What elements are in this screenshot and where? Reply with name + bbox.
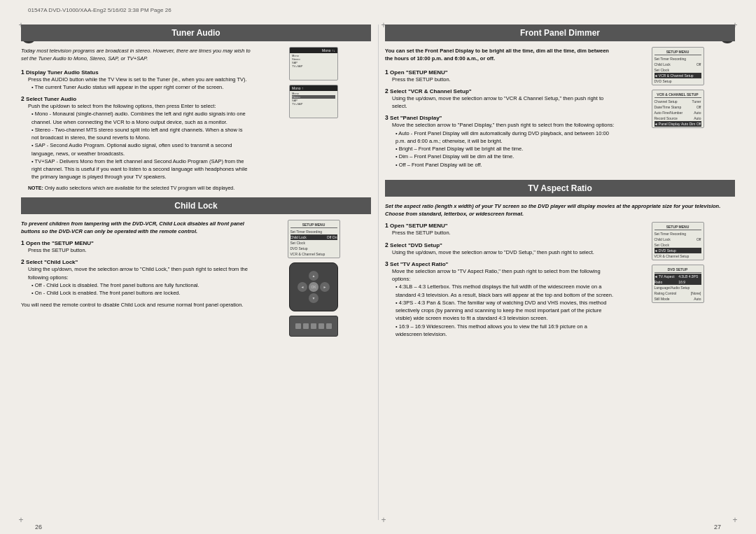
child-step-2: 2 Select "Child Lock" Using the up/down,… [21, 258, 251, 297]
tuner-audio-section: Tuner Audio Today most television progra… [21, 24, 371, 190]
note-label: NOTE: [28, 185, 45, 190]
dimmer-step-1-body: Press the SETUP button. [392, 76, 615, 83]
child-lock-images: SETUP MENU Set Timer Recording Child Loc… [256, 220, 371, 337]
dimmer-step-3-body: Move the selection arrow to "Panel Displ… [392, 121, 615, 129]
child-lock-intro: To prevent children from tampering with … [21, 220, 251, 236]
aspect-content: 1 Open "SETUP MENU" Press the SETUP butt… [385, 222, 735, 342]
dimmer-step-2-body: Using the up/down, move the selection ar… [392, 94, 615, 111]
aspect-bullet-169: 16:9 – 16:9 Widescreen. This method allo… [396, 323, 615, 339]
aspect-bullet-43lb: 4:3LB – 4:3 Letterbox. This method displ… [396, 283, 615, 299]
front-panel-dimmer-title: Front Panel Dimmer [385, 24, 735, 41]
dimmer-step-2-title: Select "VCR & Channel Setup" [390, 88, 472, 94]
step-2-title: Select Tuner Audio [26, 96, 76, 102]
tv-aspect-intro: Set the aspect ratio (length x width) of… [385, 202, 735, 218]
aspect-step-2: 2 Select "DVD Setup" Using the up/down, … [385, 241, 615, 256]
step-2-body: Push the up/down to select from the foll… [28, 102, 251, 110]
aspect-step-1: 1 Open "SETUP MENU" Press the SETUP butt… [385, 222, 615, 237]
child-step-2-title: Select "Child Lock" [26, 259, 78, 265]
tuner-bullet-mono: Mono - Monaural (single-channel) audio. … [31, 110, 251, 126]
front-panel-dimmer-section: Front Panel Dimmer You can set the Front… [385, 24, 735, 173]
dimmer-setup-menu-screen: SETUP MENU Set Timer Recording Child Loc… [652, 47, 704, 85]
dimmer-step-3: 3 Set "Panel Display" Move the selection… [385, 114, 615, 169]
aspect-bullet-43ps: 4:3PS - 4:3 Pan & Scan. The familiar way… [396, 299, 615, 323]
child-bullet-off: Off - Child Lock is disabled. The front … [31, 281, 251, 289]
dimmer-step-1: 1 Open "SETUP MENU" Press the SETUP butt… [385, 69, 615, 83]
tuner-note: NOTE: Only audio selections which are av… [28, 185, 251, 190]
step-1-bullet-0: The current Tuner Audio status will appe… [31, 83, 251, 91]
child-lock-text: To prevent children from tampering with … [21, 220, 251, 337]
main-layout: Tuner Audio Today most television progra… [21, 24, 735, 520]
page-number-left: 26 [35, 524, 42, 531]
tuner-audio-images: Mono ↑↓ MonoStereoSAPTV+SAP Mono ↑ MonoS… [256, 47, 371, 190]
vcr-front-panel [289, 316, 338, 337]
tuner-screen-2: Mono ↑ MonoStereoSAPTV+SAP [289, 85, 338, 118]
child-bullet-on: On - Child Lock is enabled. The front pa… [31, 289, 251, 297]
dimmer-bullet-off: Off – Front Panel Display will be off. [396, 161, 615, 169]
tv-aspect-ratio-title: TV Aspect Ratio [385, 180, 735, 197]
aspect-step-2-body: Using the up/down, move the selection ar… [392, 248, 615, 256]
tuner-audio-intro: Today most television programs are broad… [21, 47, 251, 63]
aspect-text: 1 Open "SETUP MENU" Press the SETUP butt… [385, 222, 615, 342]
dvd-setup-screen: DVD SETUP ◄ TV Aspect Ratio 4:3LB 4:3PS … [652, 265, 704, 303]
tuner-bullet-sap: SAP - Second Audio Program. Optional aud… [31, 141, 251, 157]
child-lock-section: Child Lock To prevent children from tamp… [21, 197, 371, 337]
aspect-step-1-body: Press the SETUP button. [392, 229, 615, 237]
step-1-body: Press the AUDIO button while the TV View… [28, 76, 251, 83]
tuner-audio-title: Tuner Audio [21, 24, 371, 41]
aspect-step-1-title: Open "SETUP MENU" [390, 223, 448, 229]
child-step-2-body: Using the up/down, move the selection ar… [28, 265, 251, 281]
tuner-audio-content: Today most television programs are broad… [21, 47, 371, 190]
tuner-step-1: 1 Display Tuner Audio Status Press the A… [21, 69, 251, 92]
aspect-step-3-body: Move the selection arrow to "TV Aspect R… [392, 267, 615, 283]
dimmer-step-2: 2 Select "VCR & Channel Setup" Using the… [385, 87, 615, 111]
child-lock-menu-screen: SETUP MENU Set Timer Recording Child Loc… [288, 220, 340, 258]
dimmer-bullet-dim: Dim – Front Panel Display will be dim al… [396, 153, 615, 160]
tuner-screen-1: Mono ↑↓ MonoStereoSAPTV+SAP [289, 47, 338, 80]
dimmer-bullet-bright: Bright – Front Panel Display will be bri… [396, 145, 615, 153]
note-text: Only audio selections which are availabl… [45, 185, 234, 190]
aspect-step-3-title: Set "TV Aspect Ratio" [390, 261, 448, 267]
dimmer-bullet-auto: Auto - Front Panel Display will dim auto… [396, 129, 615, 146]
child-lock-title: Child Lock [21, 197, 371, 214]
remote-control-image: ▲ ◄ OK ► ▼ [289, 262, 338, 311]
dimmer-step-1-title: Open "SETUP MENU" [390, 69, 448, 76]
dimmer-text: You can set the Front Panel Display to b… [385, 47, 615, 173]
aspect-step-2-title: Select "DVD Setup" [390, 242, 442, 248]
left-column: Tuner Audio Today most television progra… [21, 24, 371, 520]
dimmer-intro: You can set the Front Panel Display to b… [385, 47, 615, 63]
tuner-audio-text: Today most television programs are broad… [21, 47, 251, 190]
tv-aspect-ratio-section: TV Aspect Ratio Set the aspect ratio (le… [385, 180, 735, 342]
step-1-title: Display Tuner Audio Status [26, 69, 99, 76]
tuner-step-2: 2 Select Tuner Audio Push the up/down to… [21, 95, 251, 181]
child-lock-content: To prevent children from tampering with … [21, 220, 371, 337]
vcr-channel-setup-screen: VCR & CHANNEL SETUP Channel Setup Tuner … [652, 90, 704, 128]
dimmer-step-3-title: Set "Panel Display" [390, 115, 442, 121]
tuner-bullet-tvsap: TV+SAP - Delivers Mono from the left cha… [31, 157, 251, 181]
right-column: Front Panel Dimmer You can set the Front… [385, 24, 735, 520]
child-step-1-body: Press the SETUP button. [28, 246, 251, 254]
page-header: 01547A DVD-V1000/XAA-Eng2 5/16/02 3:38 P… [28, 7, 728, 13]
child-step-1-title: Open the "SETUP MENU" [26, 240, 94, 246]
child-lock-footer: You will need the remote control to disa… [21, 301, 251, 309]
aspect-step-3: 3 Set "TV Aspect Ratio" Move the selecti… [385, 260, 615, 338]
page-number-right: 27 [714, 524, 721, 531]
tuner-bullet-stereo: Stereo - Two-channel MTS stereo sound sp… [31, 126, 251, 142]
aspect-setup-menu-screen: SETUP MENU Set Timer Recording Child Loc… [652, 222, 704, 260]
dimmer-images: SETUP MENU Set Timer Recording Child Loc… [620, 47, 735, 173]
aspect-images: SETUP MENU Set Timer Recording Child Loc… [620, 222, 735, 342]
header-left: 01547A DVD-V1000/XAA-Eng2 5/16/02 3:38 P… [28, 7, 172, 13]
child-step-1: 1 Open the "SETUP MENU" Press the SETUP … [21, 239, 251, 254]
dimmer-content: You can set the Front Panel Display to b… [385, 47, 735, 173]
